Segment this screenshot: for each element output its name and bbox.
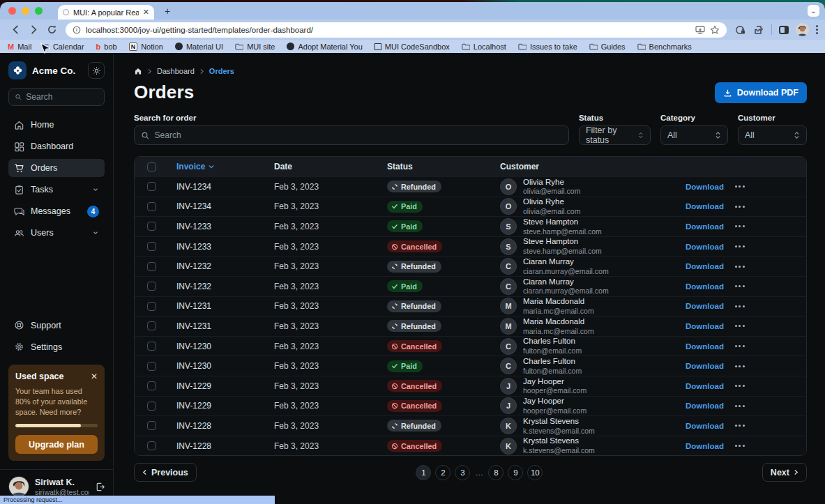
row-menu-icon[interactable] xyxy=(735,245,745,247)
maximize-window-button[interactable] xyxy=(35,7,43,15)
download-link[interactable]: Download xyxy=(686,302,724,310)
download-link[interactable]: Download xyxy=(686,342,724,351)
page-button[interactable]: 10 xyxy=(527,465,543,480)
tab-close-icon[interactable]: ✕ xyxy=(143,8,149,16)
download-link[interactable]: Download xyxy=(686,322,724,330)
page-button[interactable]: 9 xyxy=(508,465,523,480)
bookmark-item[interactable]: Adopt Material You xyxy=(287,43,362,51)
download-link[interactable]: Download xyxy=(686,442,724,450)
row-checkbox[interactable] xyxy=(147,282,156,291)
sidebar-item-users[interactable]: Users xyxy=(8,224,105,242)
category-filter-select[interactable]: All xyxy=(660,125,728,145)
row-checkbox[interactable] xyxy=(147,402,156,411)
page-button[interactable]: 8 xyxy=(488,465,504,480)
row-menu-icon[interactable] xyxy=(735,266,745,268)
sidebar-item-settings[interactable]: Settings xyxy=(8,338,105,356)
sidebar-item-support[interactable]: Support xyxy=(8,316,105,335)
download-link[interactable]: Download xyxy=(686,282,724,291)
page-button[interactable]: 2 xyxy=(435,465,451,480)
profile-avatar[interactable] xyxy=(796,23,809,36)
sidebar-item-home[interactable]: Home xyxy=(8,116,105,134)
page-button[interactable]: … xyxy=(474,465,484,480)
row-checkbox[interactable] xyxy=(147,421,156,430)
bookmark-item[interactable]: MUI CodeSandbox xyxy=(374,43,450,51)
browser-menu-icon[interactable] xyxy=(816,25,818,34)
bookmark-item[interactable]: N Notion xyxy=(129,43,163,51)
row-menu-icon[interactable] xyxy=(735,225,745,227)
sidebar-search-input[interactable] xyxy=(8,88,105,106)
customer-filter-select[interactable]: All xyxy=(738,125,807,145)
bookmark-item[interactable]: Benchmarks xyxy=(637,43,692,51)
back-button[interactable] xyxy=(7,22,24,38)
bookmark-item[interactable]: Guides xyxy=(589,43,626,51)
sidebar-item-orders[interactable]: Orders xyxy=(8,159,105,177)
site-info-icon[interactable] xyxy=(73,26,81,34)
row-checkbox[interactable] xyxy=(147,222,156,231)
bookmark-star-icon[interactable] xyxy=(710,25,720,35)
row-checkbox[interactable] xyxy=(147,302,156,311)
row-menu-icon[interactable] xyxy=(735,425,745,427)
breadcrumb-orders[interactable]: Orders xyxy=(209,67,234,75)
download-link[interactable]: Download xyxy=(686,222,724,231)
bookmark-item[interactable]: M Mail xyxy=(8,43,31,51)
row-menu-icon[interactable] xyxy=(735,385,745,387)
row-menu-icon[interactable] xyxy=(735,445,745,447)
breadcrumb-dashboard[interactable]: Dashboard xyxy=(157,67,195,75)
row-menu-icon[interactable] xyxy=(735,305,745,307)
row-menu-icon[interactable] xyxy=(735,405,745,407)
row-checkbox[interactable] xyxy=(147,321,156,330)
url-text[interactable]: localhost:3000/joy-ui/getting-started/te… xyxy=(86,26,690,34)
side-panel-icon[interactable] xyxy=(779,26,789,34)
privacy-extension-icon[interactable] xyxy=(735,24,746,36)
row-checkbox[interactable] xyxy=(147,441,156,450)
row-checkbox[interactable] xyxy=(147,362,156,371)
download-link[interactable]: Download xyxy=(686,262,724,270)
window-controls[interactable] xyxy=(8,7,43,15)
row-checkbox[interactable] xyxy=(147,182,156,191)
minimize-window-button[interactable] xyxy=(22,7,29,15)
theme-toggle-button[interactable] xyxy=(88,62,105,79)
new-tab-button[interactable]: + xyxy=(161,5,174,17)
extensions-puzzle-icon[interactable] xyxy=(753,24,764,36)
reload-button[interactable] xyxy=(43,22,60,38)
sidebar-item-tasks[interactable]: Tasks xyxy=(8,181,105,199)
row-menu-icon[interactable] xyxy=(735,285,745,287)
browser-tab[interactable]: MUI: A popular React UI fram ✕ xyxy=(58,5,154,20)
home-icon[interactable] xyxy=(134,67,142,75)
download-link[interactable]: Download xyxy=(686,243,724,251)
row-menu-icon[interactable] xyxy=(735,206,745,208)
logout-button[interactable] xyxy=(95,482,105,492)
row-menu-icon[interactable] xyxy=(735,185,745,188)
tab-search-button[interactable]: ⌄ xyxy=(808,5,819,17)
bookmark-item[interactable]: G Calendar xyxy=(43,43,84,51)
select-all-checkbox[interactable] xyxy=(147,162,156,171)
download-link[interactable]: Download xyxy=(686,183,724,191)
page-button[interactable]: 3 xyxy=(455,465,470,480)
bookmark-item[interactable]: MUI site xyxy=(235,43,275,51)
close-icon[interactable]: ✕ xyxy=(91,372,98,381)
invoice-column-header[interactable]: Invoice xyxy=(168,162,266,171)
row-checkbox[interactable] xyxy=(147,381,156,390)
row-checkbox[interactable] xyxy=(147,342,156,351)
download-link[interactable]: Download xyxy=(686,382,724,390)
sidebar-item-messages[interactable]: Messages 4 xyxy=(8,202,105,220)
download-link[interactable]: Download xyxy=(686,202,724,211)
upgrade-plan-button[interactable]: Upgrade plan xyxy=(15,435,98,454)
download-link[interactable]: Download xyxy=(686,362,724,370)
row-menu-icon[interactable] xyxy=(735,365,745,367)
order-search-input[interactable] xyxy=(134,125,569,145)
next-page-button[interactable]: Next xyxy=(762,463,807,482)
address-bar[interactable]: localhost:3000/joy-ui/getting-started/te… xyxy=(66,22,727,38)
row-checkbox[interactable] xyxy=(147,242,156,251)
install-icon[interactable] xyxy=(695,26,705,34)
row-menu-icon[interactable] xyxy=(735,325,745,327)
page-button-active[interactable]: 1 xyxy=(416,465,431,480)
download-pdf-button[interactable]: Download PDF xyxy=(715,82,807,103)
row-menu-icon[interactable] xyxy=(735,345,745,347)
download-link[interactable]: Download xyxy=(686,422,724,430)
bookmark-item[interactable]: Issues to take xyxy=(518,43,577,51)
previous-page-button[interactable]: Previous xyxy=(134,463,197,482)
row-checkbox[interactable] xyxy=(147,262,156,271)
download-link[interactable]: Download xyxy=(686,402,724,410)
forward-button[interactable] xyxy=(25,22,42,38)
